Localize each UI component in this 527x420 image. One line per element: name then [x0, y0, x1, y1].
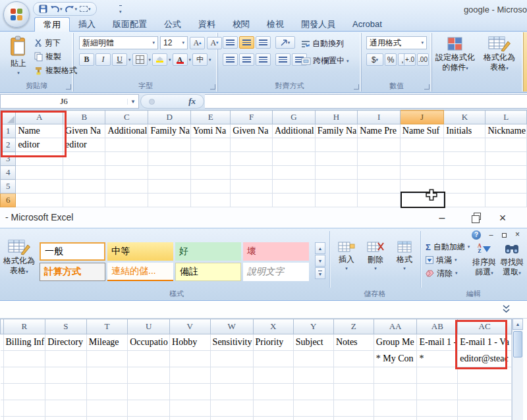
cell[interactable] [190, 138, 230, 152]
cell[interactable] [417, 367, 458, 384]
style-bad[interactable]: 壞 [243, 242, 309, 261]
cell-h1[interactable]: Family Na [315, 124, 358, 138]
cell[interactable] [293, 351, 333, 367]
fill-color-button[interactable] [152, 53, 167, 66]
cell[interactable] [417, 384, 458, 400]
chevron-double-down-icon[interactable] [502, 305, 511, 314]
style-explanatory[interactable]: 說明文字 [243, 263, 309, 281]
col-header-AA[interactable]: AA [374, 319, 417, 334]
cell[interactable] [272, 152, 315, 166]
cell[interactable] [333, 384, 374, 400]
undo-button[interactable]: ▾ [50, 3, 63, 14]
font-color-button[interactable]: A [173, 53, 188, 66]
cell-x1[interactable]: Priority [253, 334, 293, 351]
cell[interactable] [400, 166, 443, 180]
style-normal[interactable]: 一般 [40, 242, 105, 261]
cell[interactable] [86, 351, 127, 367]
cell-j1[interactable]: Name Suf [400, 124, 443, 138]
col-header-L[interactable]: L [485, 111, 527, 124]
dropdown-icon[interactable]: ▾ [75, 7, 78, 12]
merge-center-button[interactable]: 跨欄置中▾ [301, 55, 349, 66]
col-header-D[interactable]: D [148, 111, 191, 124]
cell[interactable] [374, 384, 417, 400]
format-cells-button[interactable]: 格式▾ [391, 240, 418, 271]
cell-d1[interactable]: Family Na [148, 124, 191, 138]
percent-button[interactable]: % [385, 53, 397, 66]
cell[interactable] [231, 180, 273, 194]
cell[interactable] [315, 138, 358, 152]
underline-button[interactable]: U [112, 53, 127, 66]
cell[interactable] [3, 351, 45, 367]
cell-r1[interactable]: Billing Inf [3, 334, 45, 351]
paste-button[interactable]: 貼上 ▾ [4, 36, 33, 76]
cell[interactable] [170, 400, 211, 417]
cell[interactable] [86, 400, 127, 417]
decrease-decimal-button[interactable]: .00 [417, 53, 429, 66]
cell[interactable] [358, 180, 401, 194]
dropdown-icon[interactable]: ▾ [169, 57, 171, 63]
cell[interactable] [485, 194, 527, 207]
cell-b1[interactable]: Given Na [63, 124, 105, 138]
cell[interactable] [333, 367, 374, 384]
cell-f1[interactable]: Given Na [231, 124, 273, 138]
ribbon-close-button[interactable]: × [512, 230, 523, 240]
help-button[interactable]: ? [472, 230, 481, 240]
cell-c1[interactable]: Additional [105, 124, 148, 138]
save-button[interactable] [39, 3, 47, 14]
col-header-R[interactable]: R [3, 319, 45, 334]
row-header-5[interactable]: 5 [1, 180, 16, 194]
font-size-select[interactable]: 12▾ [160, 36, 188, 49]
cell[interactable] [485, 152, 527, 166]
cell[interactable] [45, 351, 86, 367]
cell[interactable] [444, 152, 485, 166]
col-header-C[interactable]: C [105, 111, 148, 124]
bold-button[interactable]: B [79, 53, 94, 66]
cell-g1[interactable]: Additional [272, 124, 315, 138]
row-header-4[interactable]: 4 [1, 166, 16, 180]
decrease-indent-button[interactable] [275, 53, 291, 66]
cell[interactable] [45, 367, 86, 384]
cell[interactable] [86, 367, 127, 384]
cell[interactable] [458, 417, 512, 420]
cell[interactable] [63, 180, 105, 194]
cell-z1[interactable]: Notes [333, 334, 374, 351]
vertical-scrollbar[interactable]: ▲ [512, 319, 523, 420]
wrap-text-button[interactable]: 自動換列 [301, 38, 344, 49]
cell[interactable] [444, 138, 485, 152]
dropdown-icon[interactable]: ▾ [209, 57, 211, 63]
align-bottom-button[interactable] [256, 36, 271, 49]
cell[interactable] [45, 384, 86, 400]
cell[interactable] [190, 152, 230, 166]
cell[interactable] [105, 166, 148, 180]
cell[interactable] [231, 166, 273, 180]
cell-ab1[interactable]: E-mail 1 - [417, 334, 458, 351]
dialog-launcher-icon[interactable] [354, 84, 359, 90]
cell[interactable] [272, 180, 315, 194]
cell[interactable] [105, 194, 148, 207]
cell[interactable] [231, 194, 273, 207]
cell[interactable] [315, 194, 358, 207]
col-header-K[interactable]: K [444, 111, 485, 124]
clear-button[interactable]: 清除▾ [426, 267, 470, 280]
italic-button[interactable]: I [96, 53, 111, 66]
tab-data[interactable]: 資料 [190, 17, 224, 32]
office-button[interactable] [3, 1, 30, 28]
cell-k1[interactable]: Initials [444, 124, 485, 138]
col-header-T[interactable]: T [86, 319, 127, 334]
tab-acrobat[interactable]: Acrobat [344, 17, 391, 32]
cell[interactable] [16, 180, 63, 194]
cell[interactable] [105, 138, 148, 152]
tab-insert[interactable]: 插入 [70, 17, 104, 32]
orientation-button[interactable]: ▾ [275, 36, 295, 49]
cell[interactable] [485, 180, 527, 194]
currency-button[interactable]: $▾ [366, 53, 383, 66]
phonetic-button[interactable]: 中 [192, 53, 208, 66]
cell-i1[interactable]: Name Pre [358, 124, 401, 138]
cell[interactable] [45, 417, 86, 420]
dropdown-icon[interactable]: ▾ [149, 57, 152, 63]
cell[interactable] [333, 400, 374, 417]
cell-ab2[interactable]: * [417, 351, 458, 367]
cell[interactable] [374, 417, 417, 420]
find-select-button[interactable]: 尋找與 選取▾ [498, 240, 526, 278]
tab-page-layout[interactable]: 版面配置 [104, 17, 155, 32]
